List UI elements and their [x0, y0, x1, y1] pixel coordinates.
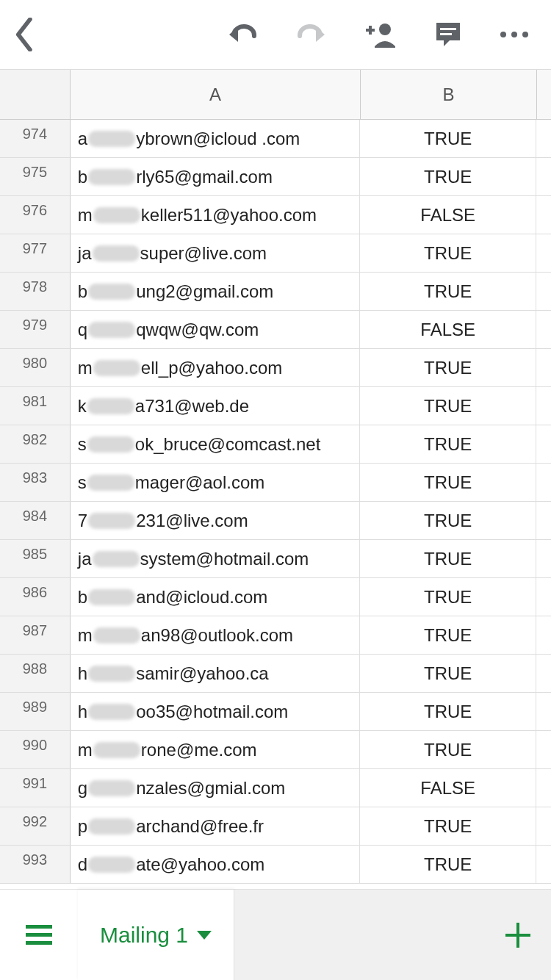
- cell-flag[interactable]: FALSE: [360, 196, 536, 234]
- cell-edge[interactable]: [536, 158, 551, 195]
- row-header[interactable]: 980: [0, 349, 71, 386]
- redo-button[interactable]: [295, 23, 328, 46]
- cell-edge[interactable]: [536, 502, 551, 539]
- cell-edge[interactable]: [536, 578, 551, 616]
- row-header[interactable]: 974: [0, 120, 71, 157]
- sheet-tabs-area[interactable]: [234, 890, 485, 980]
- sheet-tab-active[interactable]: Mailing 1: [78, 890, 234, 980]
- row-header[interactable]: 979: [0, 311, 71, 348]
- cell-flag[interactable]: TRUE: [360, 731, 536, 768]
- cell-flag[interactable]: TRUE: [360, 655, 536, 692]
- cell-edge[interactable]: [536, 769, 551, 807]
- cell-email[interactable]: mkeller511@yahoo.com: [71, 196, 360, 234]
- cell-email[interactable]: brly65@gmail.com: [71, 158, 360, 195]
- cell-flag[interactable]: TRUE: [360, 693, 536, 730]
- sheets-menu-button[interactable]: [0, 890, 78, 980]
- cell-email[interactable]: gnzales@gmial.com: [71, 769, 360, 807]
- cell-flag[interactable]: TRUE: [360, 349, 536, 386]
- row-header[interactable]: 988: [0, 655, 71, 692]
- cell-edge[interactable]: [536, 234, 551, 272]
- cell-flag[interactable]: TRUE: [360, 616, 536, 654]
- cell-flag[interactable]: TRUE: [360, 464, 536, 501]
- cell-flag[interactable]: FALSE: [360, 311, 536, 348]
- row-header[interactable]: 978: [0, 273, 71, 310]
- cell-edge[interactable]: [536, 616, 551, 654]
- row-header[interactable]: 990: [0, 731, 71, 768]
- cell-email[interactable]: parchand@free.fr: [71, 807, 360, 845]
- add-person-button[interactable]: [364, 21, 397, 48]
- cell-email[interactable]: hsamir@yahoo.ca: [71, 655, 360, 692]
- cell-email[interactable]: hoo35@hotmail.com: [71, 693, 360, 730]
- cell-flag[interactable]: TRUE: [360, 273, 536, 310]
- column-header-c[interactable]: [537, 70, 551, 119]
- cell-edge[interactable]: [536, 807, 551, 845]
- cell-flag[interactable]: TRUE: [360, 578, 536, 616]
- cell-flag[interactable]: TRUE: [360, 846, 536, 883]
- cell-email[interactable]: bung2@gmail.com: [71, 273, 360, 310]
- row-header[interactable]: 982: [0, 425, 71, 463]
- add-sheet-button[interactable]: [485, 890, 551, 980]
- row-header[interactable]: 983: [0, 464, 71, 501]
- row-header[interactable]: 987: [0, 616, 71, 654]
- column-header-a[interactable]: A: [71, 70, 361, 119]
- svg-rect-10: [26, 925, 52, 929]
- cell-email[interactable]: smager@aol.com: [71, 464, 360, 501]
- row-header[interactable]: 977: [0, 234, 71, 272]
- cell-email[interactable]: aybrown@icloud .com: [71, 120, 360, 157]
- row-header[interactable]: 981: [0, 387, 71, 425]
- cell-flag[interactable]: TRUE: [360, 158, 536, 195]
- cell-email[interactable]: 7231@live.com: [71, 502, 360, 539]
- cell-flag[interactable]: TRUE: [360, 540, 536, 577]
- cell-email[interactable]: qqwqw@qw.com: [71, 311, 360, 348]
- row-header[interactable]: 985: [0, 540, 71, 577]
- cell-flag[interactable]: TRUE: [360, 502, 536, 539]
- cell-edge[interactable]: [536, 196, 551, 234]
- row-header[interactable]: 991: [0, 769, 71, 807]
- row-header[interactable]: 975: [0, 158, 71, 195]
- cell-email[interactable]: mell_p@yahoo.com: [71, 349, 360, 386]
- cell-email[interactable]: sok_bruce@comcast.net: [71, 425, 360, 463]
- email-prefix: m: [78, 625, 93, 646]
- cell-edge[interactable]: [536, 349, 551, 386]
- cell-edge[interactable]: [536, 693, 551, 730]
- cell-flag[interactable]: TRUE: [360, 120, 536, 157]
- row-header[interactable]: 984: [0, 502, 71, 539]
- cell-edge[interactable]: [536, 387, 551, 425]
- cell-edge[interactable]: [536, 464, 551, 501]
- comment-button[interactable]: [433, 20, 463, 49]
- cell-flag[interactable]: FALSE: [360, 769, 536, 807]
- back-button[interactable]: [15, 18, 35, 51]
- cell-edge[interactable]: [536, 655, 551, 692]
- undo-button[interactable]: [226, 23, 259, 46]
- cell-email[interactable]: date@yahoo.com: [71, 846, 360, 883]
- cell-edge[interactable]: [536, 846, 551, 883]
- table-row: 975brly65@gmail.comTRUE: [0, 158, 551, 196]
- column-header-b[interactable]: B: [361, 70, 537, 119]
- row-header[interactable]: 993: [0, 846, 71, 883]
- person-add-icon: [364, 21, 397, 48]
- cell-flag[interactable]: TRUE: [360, 387, 536, 425]
- cell-flag[interactable]: TRUE: [360, 807, 536, 845]
- row-header[interactable]: 976: [0, 196, 71, 234]
- cell-flag[interactable]: TRUE: [360, 234, 536, 272]
- cell-edge[interactable]: [536, 120, 551, 157]
- row-header[interactable]: 992: [0, 807, 71, 845]
- row-header[interactable]: 989: [0, 693, 71, 730]
- cell-email[interactable]: jasystem@hotmail.com: [71, 540, 360, 577]
- cell-email[interactable]: mrone@me.com: [71, 731, 360, 768]
- cell-email[interactable]: jasuper@live.com: [71, 234, 360, 272]
- cell-edge[interactable]: [536, 540, 551, 577]
- cell-email[interactable]: ka731@web.de: [71, 387, 360, 425]
- cell-email[interactable]: band@icloud.com: [71, 578, 360, 616]
- more-button[interactable]: [500, 31, 529, 38]
- cell-email[interactable]: man98@outlook.com: [71, 616, 360, 654]
- cell-edge[interactable]: [536, 425, 551, 463]
- cell-edge[interactable]: [536, 731, 551, 768]
- corner-cell[interactable]: [0, 70, 71, 119]
- cell-flag[interactable]: TRUE: [360, 425, 536, 463]
- spreadsheet-grid[interactable]: A B 974aybrown@icloud .comTRUE975brly65@…: [0, 70, 551, 889]
- row-header[interactable]: 986: [0, 578, 71, 616]
- cell-edge[interactable]: [536, 273, 551, 310]
- email-suffix: super@live.com: [140, 243, 267, 264]
- cell-edge[interactable]: [536, 311, 551, 348]
